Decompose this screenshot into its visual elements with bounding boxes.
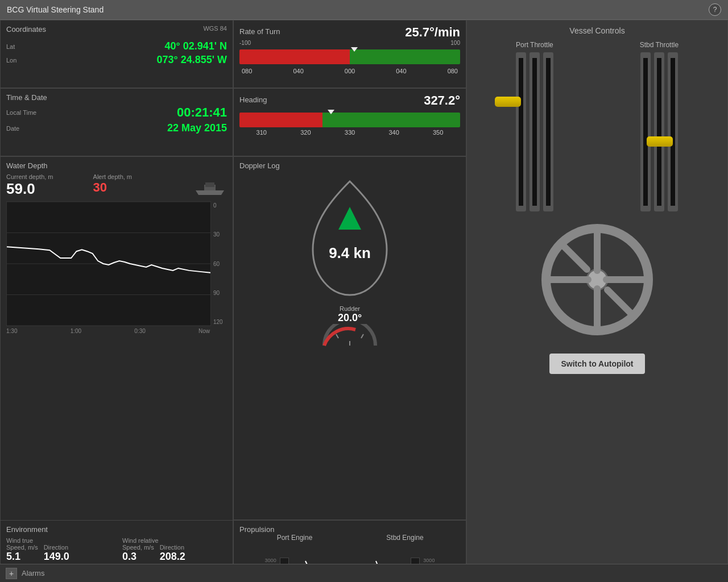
- env-title: Environment: [6, 525, 48, 534]
- svg-marker-14: [338, 207, 361, 230]
- rudder-value: 20.0°: [338, 312, 362, 324]
- time-panel: Time & Date Local Time 00:21:41 Date 22 …: [0, 88, 233, 156]
- heading-title: Heading: [239, 95, 267, 104]
- svg-text:9.4 kn: 9.4 kn: [329, 244, 371, 261]
- vessel-title: Vessel Controls: [473, 26, 722, 35]
- lat-label: Lat: [6, 43, 15, 50]
- svg-line-7: [607, 290, 634, 316]
- coordinates-title: Coordinates: [6, 25, 46, 34]
- local-time-label: Local Time: [6, 109, 36, 116]
- depth-chart: [7, 202, 210, 326]
- propulsion-title: Propulsion: [239, 525, 274, 534]
- true-direction: 149.0: [44, 551, 69, 563]
- rudder-gauge: [321, 324, 378, 347]
- steering-wheel: [540, 223, 654, 336]
- title-bar: BCG Virtual Steering Stand ?: [0, 0, 728, 20]
- ship-icon: [193, 179, 227, 196]
- wind-rel-label: Wind relative: [122, 537, 227, 544]
- stbd-engine-label: Stbd Engine: [360, 534, 449, 542]
- true-speed: 5.1: [6, 551, 38, 563]
- date-label: Date: [6, 125, 19, 132]
- stbd-throttle-label: Stbd Throttle: [640, 41, 679, 49]
- alarms-bar: + Alarms: [0, 564, 728, 582]
- autopilot-button[interactable]: Switch to Autopilot: [549, 354, 644, 374]
- rot-panel: Rate of Turn 25.7°/min -100 100 080 040 …: [233, 20, 466, 88]
- heading-indicator: [328, 110, 334, 114]
- alert-depth-value: 30: [93, 180, 132, 195]
- rel-direction: 208.2: [160, 551, 185, 563]
- direction-label2: Direction: [160, 544, 185, 551]
- heading-value: 327.2°: [424, 93, 460, 108]
- wind-true-label: Wind true: [6, 537, 111, 544]
- rot-bar: [239, 49, 460, 64]
- current-depth-label: Current depth, m: [6, 173, 53, 180]
- svg-line-6: [561, 243, 587, 269]
- port-engine-label: Port Engine: [250, 534, 339, 542]
- help-button[interactable]: ?: [709, 3, 721, 16]
- rot-value: 25.7°/min: [405, 25, 460, 40]
- rel-speed: 0.3: [122, 551, 154, 563]
- heading-bar: [239, 113, 460, 127]
- vessel-controls-panel: Vessel Controls Port Throttle: [466, 20, 728, 582]
- doppler-drop-shape: 9.4 kn: [304, 176, 395, 301]
- rot-max-label: 100: [450, 40, 460, 46]
- depth-title: Water Depth: [6, 161, 48, 170]
- rot-indicator: [351, 47, 358, 52]
- rudder-label: Rudder: [340, 305, 360, 312]
- alarms-add-button[interactable]: +: [6, 568, 17, 579]
- lat-value: 40° 02.941' N: [164, 40, 227, 52]
- time-title: Time & Date: [6, 93, 47, 102]
- doppler-title: Doppler Log: [239, 161, 280, 170]
- direction-label1: Direction: [44, 544, 69, 551]
- lon-value: 073° 24.855' W: [156, 54, 227, 66]
- current-depth-value: 59.0: [6, 180, 53, 198]
- alert-depth-label: Alert depth, m: [93, 173, 132, 180]
- rot-min-label: -100: [239, 40, 251, 46]
- coordinates-panel: Coordinates WGS 84 Lat 40° 02.941' N Lon…: [0, 20, 233, 88]
- date-value: 22 May 2015: [167, 122, 227, 134]
- stbd-throttle: Stbd Throttle: [640, 41, 679, 211]
- heading-panel: Heading 327.2° 310 320 330 340 350: [233, 88, 466, 156]
- speed-label: Speed, m/s: [6, 544, 38, 551]
- datum-label: WGS 84: [203, 25, 227, 36]
- rot-title: Rate of Turn: [239, 27, 280, 36]
- port-throttle-label: Port Throttle: [516, 41, 553, 49]
- doppler-panel: Doppler Log 9.4 kn Rudder 20.0°: [233, 156, 466, 520]
- port-throttle: Port Throttle: [516, 41, 553, 211]
- water-depth-panel: Water Depth Current depth, m 59.0 Alert …: [0, 156, 233, 582]
- alarms-title: Alarms: [22, 569, 44, 577]
- lon-label: Lon: [6, 57, 16, 64]
- time-value: 00:21:41: [177, 105, 227, 120]
- app-title: BCG Virtual Steering Stand: [7, 5, 104, 14]
- svg-rect-8: [205, 182, 214, 187]
